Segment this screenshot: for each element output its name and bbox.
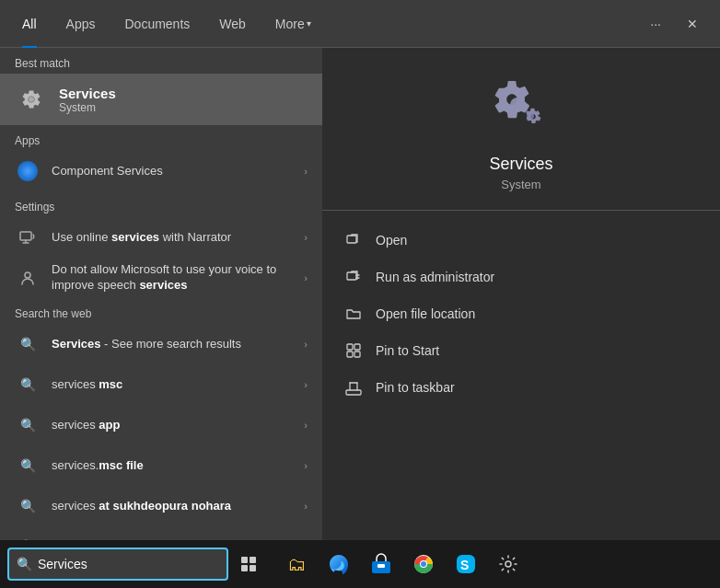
pin-taskbar-icon — [344, 378, 363, 397]
component-services-icon — [15, 158, 41, 184]
web-result-text-2: services app — [52, 418, 293, 433]
ellipsis-button[interactable]: ··· — [643, 13, 668, 35]
voice-settings-item[interactable]: Do not allow Microsoft to use your voice… — [0, 258, 322, 298]
tab-more[interactable]: More ▾ — [261, 0, 326, 48]
folder-icon — [344, 305, 363, 323]
action-pin-start-label: Pin to Start — [376, 343, 439, 358]
tab-apps[interactable]: Apps — [52, 0, 110, 48]
close-button[interactable]: ✕ — [679, 13, 705, 35]
action-admin-label: Run as administrator — [376, 270, 494, 284]
search-icon-4: 🔍 — [15, 493, 41, 519]
svg-rect-13 — [250, 557, 256, 563]
action-open[interactable]: Open — [322, 222, 720, 259]
taskbar-chrome[interactable] — [403, 544, 444, 584]
taskbar-edge[interactable] — [319, 544, 359, 584]
svg-rect-10 — [354, 352, 360, 357]
chevron-right-icon-3: › — [304, 272, 308, 283]
svg-rect-6 — [347, 272, 356, 280]
settings-section-label: Settings — [0, 191, 322, 217]
action-file-location-label: Open file location — [376, 306, 475, 321]
svg-rect-12 — [241, 557, 248, 563]
action-run-as-admin[interactable]: Run as administrator — [322, 259, 720, 295]
component-services-item[interactable]: Component Services › — [0, 151, 322, 191]
open-icon — [344, 231, 363, 249]
svg-rect-11 — [346, 390, 361, 395]
narrator-settings-item[interactable]: Use online services with Narrator › — [0, 217, 322, 258]
svg-point-23 — [505, 561, 511, 567]
taskbar-skype[interactable]: S — [446, 544, 486, 584]
content-area: Best match Services System Apps — [0, 48, 720, 540]
web-result-5[interactable]: 🔍 services at kheri gokulpura › — [0, 526, 322, 540]
narrator-text: Use online services with Narrator — [52, 230, 293, 246]
web-result-text-4: services at sukhdeopura nohara — [52, 499, 293, 514]
right-panel: Services System Open — [322, 48, 720, 540]
admin-icon — [344, 268, 363, 286]
web-result-4[interactable]: 🔍 services at sukhdeopura nohara › — [0, 486, 322, 526]
start-menu: All Apps Documents Web More ▾ ··· ✕ — [0, 0, 720, 540]
edge-icon — [327, 552, 351, 576]
skype-icon: S — [454, 552, 478, 576]
svg-text:S: S — [460, 558, 469, 572]
app-detail-name: Services — [489, 155, 552, 174]
chevron-right-icon: › — [304, 166, 308, 177]
web-result-text-1: services msc — [52, 377, 293, 393]
tab-more-label: More — [275, 17, 305, 31]
svg-rect-8 — [354, 344, 360, 350]
web-result-3[interactable]: 🔍 services.msc file › — [0, 445, 322, 486]
chevron-right-icon-web1: › — [304, 379, 308, 390]
web-result-2[interactable]: 🔍 services app › — [0, 405, 322, 445]
file-explorer-icon: 🗂 — [287, 554, 306, 575]
svg-rect-5 — [347, 236, 356, 243]
web-result-0[interactable]: 🔍 Services - See more search results › — [0, 324, 322, 364]
action-pin-to-start[interactable]: Pin to Start — [322, 332, 720, 369]
tab-web-label: Web — [219, 17, 246, 31]
tab-all[interactable]: All — [7, 0, 52, 48]
taskbar-settings[interactable] — [488, 544, 528, 584]
chevron-right-icon-web4: › — [304, 501, 308, 512]
pin-start-icon — [344, 341, 363, 360]
taskbar-file-explorer[interactable]: 🗂 — [276, 544, 317, 584]
component-services-text: Component Services — [52, 164, 293, 179]
tab-web[interactable]: Web — [204, 0, 261, 48]
web-result-text-3: services.msc file — [52, 458, 293, 474]
tab-all-label: All — [22, 17, 37, 31]
taskbar-search-box[interactable]: 🔍 — [7, 548, 228, 581]
chevron-right-icon-web0: › — [304, 339, 308, 350]
best-match-title: Services — [59, 86, 116, 101]
action-pin-to-taskbar[interactable]: Pin to taskbar — [322, 369, 720, 406]
taskbar-search-icon: 🔍 — [17, 557, 32, 571]
search-icon-5: 🔍 — [15, 534, 41, 540]
search-icon-1: 🔍 — [15, 372, 41, 398]
store-icon — [369, 552, 393, 576]
nav-tabs-right: ··· ✕ — [643, 13, 713, 35]
best-match-label: Best match — [0, 48, 322, 74]
tab-documents[interactable]: Documents — [110, 0, 204, 48]
left-panel: Best match Services System Apps — [0, 48, 322, 540]
best-match-text: Services System — [59, 86, 116, 114]
chevron-right-icon-2: › — [304, 232, 308, 243]
taskbar-apps: 🗂 — [276, 544, 528, 584]
task-view-button[interactable] — [230, 546, 267, 582]
search-icon-2: 🔍 — [15, 412, 41, 438]
svg-point-20 — [421, 561, 426, 567]
chevron-right-icon-web3: › — [304, 460, 308, 471]
tab-apps-label: Apps — [66, 17, 96, 31]
settings-icon — [498, 554, 518, 574]
search-input[interactable] — [38, 557, 203, 571]
web-result-1[interactable]: 🔍 services msc › — [0, 364, 322, 405]
taskbar-store[interactable] — [361, 544, 401, 584]
best-match-item[interactable]: Services System — [0, 74, 322, 125]
voice-text: Do not allow Microsoft to use your voice… — [52, 262, 293, 294]
action-open-label: Open — [376, 233, 407, 248]
svg-point-0 — [29, 97, 34, 102]
action-open-file-location[interactable]: Open file location — [322, 295, 720, 332]
nav-tabs: All Apps Documents Web More ▾ ··· ✕ — [0, 0, 720, 48]
search-icon-0: 🔍 — [15, 331, 41, 357]
chrome-icon — [412, 552, 435, 576]
taskbar: 🔍 🗂 — [0, 540, 720, 588]
narrator-icon — [15, 225, 41, 250]
chevron-right-icon-web2: › — [304, 420, 308, 431]
svg-rect-14 — [241, 565, 248, 571]
web-result-text-0: Services - See more search results — [52, 337, 293, 352]
web-section-label: Search the web — [0, 298, 322, 324]
